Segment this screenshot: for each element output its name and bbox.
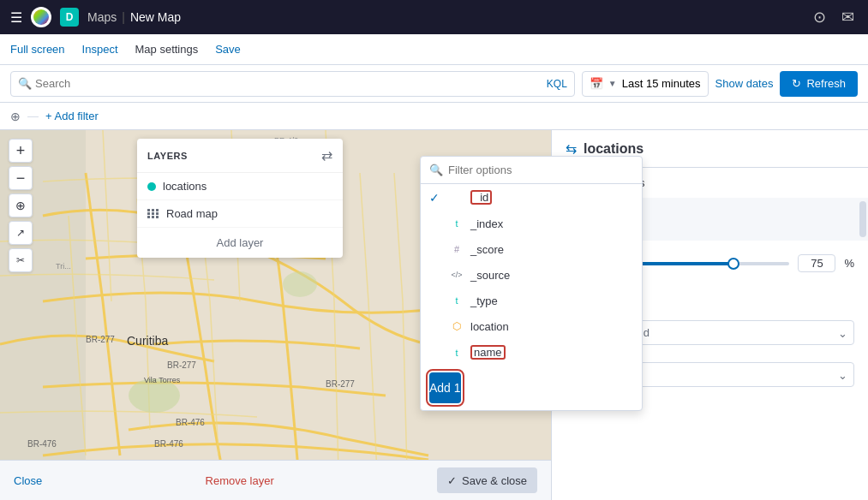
checkmark-empty-5: ✓ bbox=[429, 319, 443, 333]
zoom-out-button[interactable]: − bbox=[9, 166, 33, 190]
refresh-button[interactable]: ↻ Refresh bbox=[780, 71, 858, 97]
field-dropdown: 🔍 ✓ _id ✓ t _index ✓ # _score bbox=[420, 156, 643, 411]
mail-icon[interactable]: ✉ bbox=[838, 4, 858, 30]
app-logo bbox=[31, 7, 51, 27]
checkmark-empty-4: ✓ bbox=[429, 294, 443, 307]
compass-button[interactable]: ⊕ bbox=[9, 193, 33, 217]
dropdown-item-index[interactable]: ✓ t _index bbox=[421, 211, 642, 236]
layers-header: LAYERS ⇄ bbox=[137, 139, 343, 173]
add-1-button[interactable]: Add 1 bbox=[429, 372, 461, 403]
opacity-slider-thumb[interactable] bbox=[727, 258, 739, 270]
svg-text:Tri...: Tri... bbox=[56, 262, 71, 271]
dropdown-list: ✓ _id ✓ t _index ✓ # _score ✓ </> _sourc… bbox=[421, 184, 642, 366]
map-controls: + − ⊕ ↗ ✂ bbox=[9, 139, 33, 272]
svg-text:Vila Torres: Vila Torres bbox=[144, 376, 181, 384]
svg-text:BR-476: BR-476 bbox=[27, 439, 57, 449]
chevron-down-icon: ▼ bbox=[608, 79, 617, 88]
search-input[interactable] bbox=[35, 77, 547, 90]
refresh-label: Refresh bbox=[806, 77, 846, 90]
checkmark-empty-6: ✓ bbox=[429, 346, 443, 360]
layer-name-locations: locations bbox=[163, 180, 207, 193]
layers-action-icon[interactable]: ⇄ bbox=[321, 147, 332, 164]
search-area: 🔍 KQL bbox=[10, 71, 575, 97]
map-settings-link[interactable]: Map settings bbox=[135, 43, 199, 56]
breadcrumb: Maps | New Map bbox=[87, 10, 181, 24]
field-type-icon-t: t bbox=[450, 217, 464, 230]
dropdown-item-source[interactable]: ✓ </> _source bbox=[421, 262, 642, 288]
city-label-curitiba: Curitiba bbox=[127, 334, 168, 348]
remove-layer-button[interactable]: Remove layer bbox=[206, 474, 274, 487]
layers-panel: LAYERS ⇄ locations Roa bbox=[137, 139, 343, 258]
expand-button[interactable]: ↗ bbox=[9, 221, 33, 245]
dropdown-filter-input[interactable] bbox=[448, 164, 633, 176]
field-name-source: _source bbox=[470, 269, 510, 282]
svg-text:BR-277: BR-277 bbox=[86, 335, 115, 344]
opacity-value[interactable]: 75 bbox=[798, 254, 835, 272]
save-close-label: Save & close bbox=[462, 474, 527, 487]
layer-dot-locations bbox=[147, 182, 156, 191]
search-icon: 🔍 bbox=[18, 77, 32, 90]
save-link[interactable]: Save bbox=[215, 43, 241, 56]
save-close-button[interactable]: ✓ Save & close bbox=[437, 467, 537, 493]
add-layer-btn[interactable]: Add layer bbox=[137, 228, 343, 258]
show-dates-link[interactable]: Show dates bbox=[715, 77, 774, 90]
checkmark-empty-3: ✓ bbox=[429, 268, 443, 282]
layer-item-roadmap[interactable]: Road map bbox=[137, 200, 343, 228]
svg-text:BR-476: BR-476 bbox=[154, 439, 183, 449]
layer-item-locations[interactable]: locations bbox=[137, 173, 343, 200]
field-name-type: _type bbox=[470, 295, 498, 307]
locations-icon: ⇆ bbox=[566, 140, 577, 157]
field-type-icon bbox=[450, 191, 464, 205]
breadcrumb-sep: | bbox=[122, 10, 125, 24]
notifications-icon[interactable]: ⊙ bbox=[810, 4, 829, 30]
user-badge: D bbox=[60, 8, 79, 27]
lasso-button[interactable]: ✂ bbox=[9, 248, 33, 272]
checkmark-save-icon: ✓ bbox=[447, 474, 457, 487]
dropdown-search-area: 🔍 bbox=[421, 157, 642, 184]
percent-sign: % bbox=[844, 257, 854, 270]
field-name-score: _score bbox=[470, 243, 504, 256]
add-filter-btn[interactable]: + Add filter bbox=[45, 110, 99, 122]
dropdown-item-score[interactable]: ✓ # _score bbox=[421, 236, 642, 262]
date-range-text: Last 15 minutes bbox=[622, 77, 701, 90]
checkmark-icon: ✓ bbox=[429, 191, 443, 205]
secondary-nav: Full screen Inspect Map settings Save bbox=[0, 34, 868, 65]
field-type-icon-hash: # bbox=[450, 242, 464, 256]
kql-badge[interactable]: KQL bbox=[547, 78, 567, 90]
date-picker[interactable]: 📅 ▼ Last 15 minutes bbox=[582, 71, 709, 97]
checkmark-empty-2: ✓ bbox=[429, 242, 443, 256]
breadcrumb-maps[interactable]: Maps bbox=[87, 10, 117, 24]
svg-text:BR-277: BR-277 bbox=[167, 360, 196, 370]
map-container: BR-277 BR-277 BR-476 BR-476 BR-277 BR-47… bbox=[0, 130, 868, 500]
inspect-link[interactable]: Inspect bbox=[82, 43, 118, 56]
toolbar: 🔍 KQL 📅 ▼ Last 15 minutes Show dates ↻ R… bbox=[0, 65, 868, 103]
bottom-actions: Close Remove layer ✓ Save & close bbox=[0, 460, 551, 500]
field-name-id: _id bbox=[470, 190, 492, 205]
dropdown-item-location[interactable]: ✓ ⬡ location bbox=[421, 313, 642, 339]
svg-text:BR-476: BR-476 bbox=[176, 418, 205, 427]
field-type-icon-code: </> bbox=[450, 268, 464, 282]
field-type-icon-geo: ⬡ bbox=[450, 319, 464, 333]
filter-icon[interactable]: ⊕ bbox=[10, 110, 21, 123]
breadcrumb-current: New Map bbox=[130, 10, 181, 24]
refresh-icon: ↻ bbox=[792, 77, 801, 90]
filter-separator: — bbox=[27, 110, 39, 122]
close-button[interactable]: Close bbox=[14, 474, 42, 487]
zoom-in-button[interactable]: + bbox=[9, 139, 33, 163]
fullscreen-link[interactable]: Full screen bbox=[10, 43, 65, 56]
top-bar: ☰ D Maps | New Map ⊙ ✉ bbox=[0, 0, 868, 34]
dropdown-item-id[interactable]: ✓ _id bbox=[421, 184, 642, 211]
dropdown-item-type[interactable]: ✓ t _type bbox=[421, 288, 642, 313]
dropdown-item-name[interactable]: ✓ t name bbox=[421, 339, 642, 366]
filter-bar: ⊕ — + Add filter bbox=[0, 103, 868, 130]
hamburger-icon[interactable]: ☰ bbox=[10, 9, 22, 26]
svg-point-3 bbox=[283, 271, 317, 297]
field-type-icon-t3: t bbox=[450, 346, 464, 360]
checkmark-empty: ✓ bbox=[429, 217, 443, 230]
layer-name-roadmap: Road map bbox=[166, 207, 218, 220]
field-name-location: location bbox=[470, 320, 509, 333]
field-name-index: _index bbox=[470, 217, 503, 230]
layer-grid-icon bbox=[147, 209, 159, 218]
field-type-icon-t2: t bbox=[450, 294, 464, 307]
field-name-name: name bbox=[470, 345, 506, 360]
